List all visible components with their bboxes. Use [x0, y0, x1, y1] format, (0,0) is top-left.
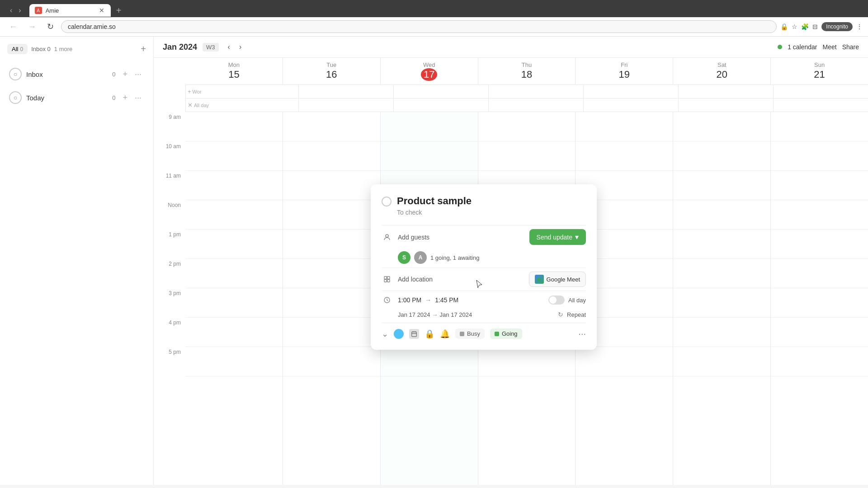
menu-icon: ⋮ — [856, 23, 863, 30]
end-time[interactable]: 1:45 PM — [435, 296, 458, 304]
going-dot — [495, 332, 499, 336]
today-more-button[interactable]: ··· — [132, 92, 144, 103]
event-title: Product sample — [397, 195, 472, 207]
end-date[interactable]: Jan 17 2024 — [440, 311, 472, 318]
tab-forward-button[interactable]: › — [16, 5, 24, 15]
event-popup-overlay: Product sample To check Add guests Send … — [371, 184, 597, 350]
footer-lock-icon[interactable]: 🔒 — [425, 329, 434, 339]
time-slot-10am: 10 am — [154, 141, 185, 171]
today-count: 0 — [112, 94, 115, 101]
calendar-right: 1 calendar Meet Share — [778, 43, 859, 51]
event-date-row: Jan 17 2024 → Jan 17 2024 ↻ Repeat — [382, 309, 586, 323]
event-complete-checkbox[interactable] — [382, 197, 392, 206]
svg-point-0 — [386, 235, 388, 237]
filter-inbox[interactable]: Inbox 0 — [31, 46, 51, 52]
send-update-label: Send update — [537, 234, 572, 241]
day-num-sat: 20 — [714, 68, 730, 81]
forward-button[interactable]: → — [24, 20, 40, 33]
day-header-sun: Sun 21 — [771, 58, 868, 84]
start-date[interactable]: Jan 17 2024 — [398, 311, 430, 318]
filter-more[interactable]: 1 more — [54, 46, 72, 52]
guest-avatar-a: A — [414, 251, 427, 264]
filter-all-label: All — [12, 46, 18, 52]
busy-label: Busy — [467, 330, 480, 337]
start-time[interactable]: 1:00 PM — [398, 296, 421, 304]
day-col-tue[interactable] — [283, 112, 381, 485]
calendar-color-dot — [778, 45, 782, 49]
footer-color-dot[interactable] — [394, 329, 404, 339]
add-filter-button[interactable]: + — [141, 44, 146, 54]
add-location-label[interactable]: Add location — [398, 276, 524, 283]
day-name-fri: Fri — [621, 61, 627, 68]
share-label[interactable]: Share — [842, 43, 859, 51]
day-col-sat[interactable] — [673, 112, 771, 485]
tab-favicon: A — [35, 7, 42, 14]
google-meet-label: Google Meet — [547, 276, 580, 283]
new-tab-button[interactable]: + — [113, 5, 125, 16]
browser-tab[interactable]: A Amie ✕ — [29, 4, 111, 17]
back-button[interactable]: ← — [5, 20, 21, 33]
calendars-label[interactable]: 1 calendar — [788, 43, 817, 51]
guest-avatar-s: S — [398, 251, 410, 264]
repeat-label[interactable]: Repeat — [567, 311, 586, 318]
footer-going-status[interactable]: Going — [490, 328, 522, 339]
footer-busy-status[interactable]: Busy — [455, 328, 485, 339]
day-col-sun[interactable] — [771, 112, 868, 485]
tab-back-button[interactable]: ‹ — [7, 5, 15, 15]
time-slot-2pm: 2 pm — [154, 259, 185, 288]
date-arrow: → — [432, 311, 438, 318]
time-slot-3pm: 3 pm — [154, 288, 185, 318]
day-header-thu: Thu 18 — [478, 58, 576, 84]
today-add-button[interactable]: + — [120, 92, 130, 103]
svg-rect-1 — [384, 277, 387, 279]
footer-bell-icon[interactable]: 🔔 — [440, 329, 450, 339]
day-name-sat: Sat — [717, 61, 726, 68]
repeat-icon: ↻ — [558, 311, 563, 318]
repeat-row: ↻ Repeat — [558, 311, 586, 318]
send-update-button[interactable]: Send update ▾ — [529, 229, 586, 245]
event-popup: Product sample To check Add guests Send … — [371, 184, 597, 350]
day-col-mon[interactable] — [185, 112, 283, 485]
inbox-more-button[interactable]: ··· — [132, 69, 144, 80]
send-update-dropdown-icon: ▾ — [575, 233, 579, 241]
allday-x-icon[interactable]: ✕ — [188, 102, 193, 108]
google-meet-button[interactable]: Google Meet — [529, 272, 586, 287]
allday-toggle-switch[interactable] — [548, 296, 565, 305]
day-num-mon: 15 — [226, 68, 242, 81]
lock-icon: 🔒 — [780, 23, 788, 30]
prev-week-button[interactable]: ‹ — [224, 41, 234, 53]
footer-more-button[interactable]: ··· — [578, 328, 586, 339]
add-guests-label[interactable]: Add guests — [398, 234, 524, 241]
inbox-actions: + ··· — [120, 69, 144, 80]
day-header-fri: Fri 19 — [576, 58, 673, 84]
sidebar-item-today[interactable]: ○ Today 0 + ··· — [7, 87, 146, 108]
next-week-button[interactable]: › — [236, 41, 245, 53]
meet-label[interactable]: Meet — [823, 43, 837, 51]
day-num-thu: 18 — [519, 68, 535, 81]
days-header: Mon 15 Tue 16 Wed 17 Thu 18 — [185, 58, 868, 85]
day-num-sun: 21 — [811, 68, 828, 81]
guests-icon — [382, 232, 392, 243]
allday-toggle-label: All day — [568, 297, 586, 304]
event-subtitle: To check — [397, 209, 586, 216]
calendar-area: Jan 2024 W3 ‹ › 1 calendar Meet Share 9 … — [154, 37, 868, 485]
url-bar[interactable] — [61, 20, 777, 33]
work-row: + Wor — [185, 85, 868, 99]
sidebar-item-inbox[interactable]: ○ Inbox 0 + ··· — [7, 63, 146, 85]
day-name-tue: Tue — [326, 61, 336, 68]
footer-calendar-icon[interactable] — [409, 329, 419, 339]
sidebar-top: All 0 Inbox 0 1 more + — [7, 44, 146, 54]
reload-button[interactable]: ↻ — [43, 20, 57, 33]
event-footer: ⌄ 🔒 🔔 Busy — [382, 323, 586, 339]
bookmark-icon: ☆ — [792, 23, 797, 30]
tab-close-button[interactable]: ✕ — [98, 7, 105, 14]
busy-dot — [460, 332, 464, 336]
filter-all[interactable]: All 0 — [7, 44, 28, 54]
today-actions: + ··· — [120, 92, 144, 103]
work-plus-icon[interactable]: + — [188, 88, 191, 95]
footer-chevron-icon[interactable]: ⌄ — [382, 329, 388, 339]
inbox-add-button[interactable]: + — [120, 69, 130, 80]
event-title-row: Product sample — [382, 195, 586, 207]
allday-row: ✕ All day — [185, 99, 868, 112]
time-column: 9 am 10 am 11 am Noon 1 pm 2 pm 3 pm 4 p… — [154, 58, 185, 485]
